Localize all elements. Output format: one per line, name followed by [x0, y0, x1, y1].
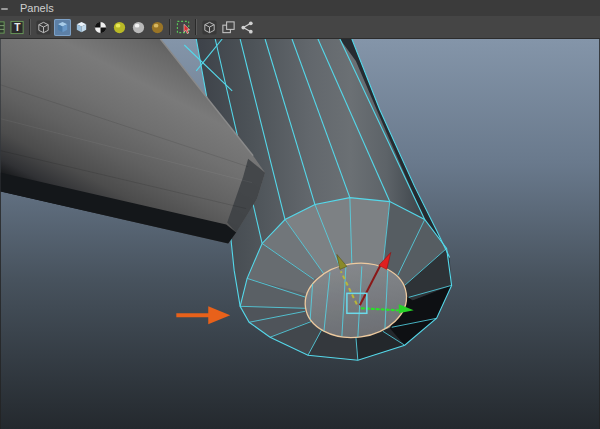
- toolbar-separator: [195, 19, 198, 35]
- gold-material-sphere-icon[interactable]: [149, 19, 166, 36]
- share-nodes-icon[interactable]: [239, 19, 256, 36]
- camera-grid-icon[interactable]: [0, 19, 7, 36]
- isolate-cube-icon[interactable]: [201, 19, 218, 36]
- text-tool-icon[interactable]: T: [9, 19, 26, 36]
- wireframe-cube-icon[interactable]: [35, 19, 52, 36]
- checker-sphere-icon[interactable]: [92, 19, 109, 36]
- truncated-menu-item[interactable]: [1, 8, 8, 10]
- menu-item-panels[interactable]: Panels: [12, 0, 62, 16]
- marquee-select-icon[interactable]: [175, 19, 192, 36]
- shaded-cube-icon[interactable]: [54, 19, 71, 36]
- maya-viewport-panel: Panels T: [0, 0, 600, 429]
- viewport-3d[interactable]: [0, 39, 600, 429]
- white-light-sphere-icon[interactable]: [130, 19, 147, 36]
- toolbar-separator: [29, 19, 32, 35]
- svg-text:T: T: [14, 22, 21, 33]
- toolbar-separator: [169, 19, 172, 35]
- default-light-sphere-icon[interactable]: [111, 19, 128, 36]
- overlapping-squares-icon[interactable]: [220, 19, 237, 36]
- textured-cube-icon[interactable]: [73, 19, 90, 36]
- panel-menu-bar: Panels: [0, 0, 600, 16]
- panel-toolbar: T: [0, 16, 600, 39]
